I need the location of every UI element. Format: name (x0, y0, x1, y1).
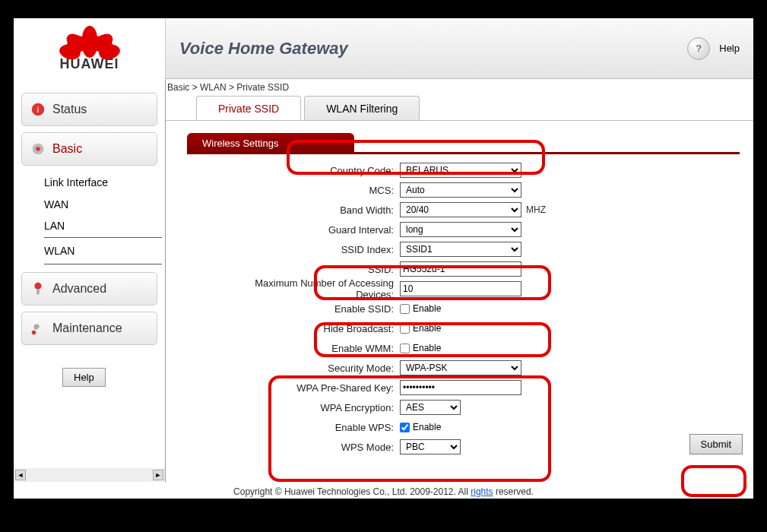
help-icon[interactable]: ? (687, 37, 710, 60)
label-max-devices: Maximum Number of Accessing Devices: (233, 277, 400, 300)
checkbox-hide-broadcast[interactable] (400, 324, 410, 334)
label-ssid: SSID: (233, 264, 400, 275)
huawei-flower-icon (68, 26, 111, 55)
svg-rect-5 (36, 289, 40, 294)
checkbox-enable-wmm[interactable] (400, 344, 410, 353)
sidebar-item-status[interactable]: i Status (21, 93, 157, 126)
label-ssid-index: SSID Index: (233, 244, 400, 255)
sidebar-help-button[interactable]: Help (62, 368, 106, 387)
select-band-width[interactable]: 20/40 (400, 202, 521, 217)
select-ssid-index[interactable]: SSID1 (400, 242, 521, 257)
label-security-mode: Security Mode: (233, 363, 400, 374)
label-wpa-encryption: WPA Encryption: (233, 402, 400, 413)
sidebar: i Status Basic Link Interface WAN LAN WL… (14, 79, 166, 482)
checkbox-enable-wps[interactable] (400, 423, 410, 432)
select-guard-interval[interactable]: long (400, 222, 521, 237)
section-title: Wireless Settings (187, 133, 354, 154)
sidebar-sub-lan[interactable]: LAN (44, 215, 162, 237)
footer-rights-link[interactable]: rights (471, 486, 493, 497)
sidebar-sub-link-interface[interactable]: Link Interface (44, 172, 162, 194)
main-content: Basic > WLAN > Private SSID Private SSID… (166, 79, 753, 482)
svg-text:i: i (37, 105, 39, 114)
help-link[interactable]: Help (719, 43, 740, 54)
tab-bar: Private SSID WLAN Filtering (196, 96, 753, 121)
tab-private-ssid[interactable]: Private SSID (196, 96, 301, 121)
label-mcs: MCS: (233, 185, 400, 196)
sidebar-item-maintenance[interactable]: Maintenance (21, 312, 157, 345)
unit-mhz: MHZ (526, 204, 546, 215)
scroll-right-icon[interactable]: ► (153, 470, 163, 480)
select-wps-mode[interactable]: PBC (400, 439, 461, 454)
tab-wlan-filtering[interactable]: WLAN Filtering (304, 96, 420, 121)
label-band-width: Band Width: (233, 204, 400, 216)
label-guard-interval: Guard Interval: (233, 224, 400, 236)
app-title: Voice Home Gateway (179, 39, 348, 59)
select-wpa-encryption[interactable]: AES (400, 400, 461, 415)
header: HUAWEI Voice Home Gateway ? Help (14, 18, 753, 79)
footer: Copyright © Huawei Technologies Co., Ltd… (14, 482, 753, 499)
wrench-icon (30, 320, 46, 337)
sidebar-sublist: Link Interface WAN LAN WLAN (44, 172, 162, 264)
label-enable-ssid: Enable SSID: (233, 303, 400, 315)
sidebar-item-basic[interactable]: Basic (21, 132, 157, 166)
submit-button[interactable]: Submit (689, 434, 743, 454)
label-wpa-key: WPA Pre-Shared Key: (233, 382, 400, 394)
select-country-code[interactable]: BELARUS (400, 163, 521, 178)
select-security-mode[interactable]: WPA-PSK (400, 360, 521, 375)
checkbox-enable-ssid[interactable] (400, 304, 410, 314)
header-bar: Voice Home Gateway ? Help (166, 18, 753, 79)
advanced-icon (30, 280, 46, 297)
label-wps-mode: WPS Mode: (233, 442, 400, 453)
label-country-code: Country Code: (233, 165, 400, 176)
gear-icon (30, 141, 46, 157)
label-hide-broadcast: Hide Broadcast: (233, 323, 400, 334)
svg-point-4 (34, 283, 41, 290)
sidebar-item-advanced[interactable]: Advanced (21, 272, 157, 306)
horizontal-scrollbar[interactable]: ◄ ► (14, 468, 165, 482)
settings-panel: Wireless Settings Country Code:BELARUS M… (166, 120, 753, 454)
label-enable-wmm: Enable WMM: (233, 343, 400, 354)
select-mcs[interactable]: Auto (400, 182, 521, 198)
svg-point-3 (36, 147, 40, 151)
scroll-left-icon[interactable]: ◄ (15, 470, 26, 480)
svg-point-6 (32, 331, 36, 335)
divider (187, 152, 740, 154)
brand-logo: HUAWEI (14, 18, 166, 79)
status-icon: i (30, 101, 46, 118)
breadcrumb: Basic > WLAN > Private SSID (166, 79, 753, 96)
sidebar-sub-wlan[interactable]: WLAN (44, 237, 162, 265)
input-max-devices[interactable] (400, 281, 521, 296)
input-wpa-key[interactable] (400, 380, 521, 395)
label-enable-wps: Enable WPS: (233, 422, 400, 433)
sidebar-sub-wan[interactable]: WAN (44, 194, 162, 216)
input-ssid[interactable] (400, 261, 521, 277)
